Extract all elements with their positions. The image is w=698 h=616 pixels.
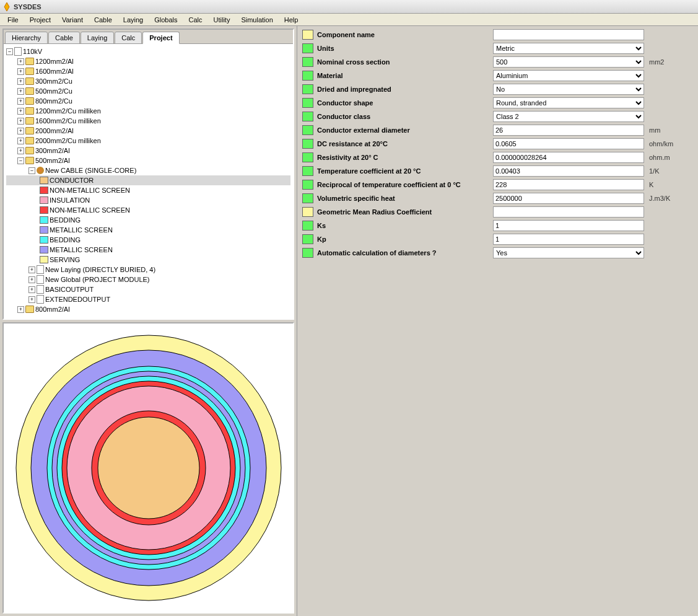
tree-expander-icon[interactable]: + (28, 276, 35, 283)
folder-icon (25, 147, 34, 154)
tree-row[interactable]: +1200mm2/Al (6, 56, 290, 66)
tree-row[interactable]: NON-METALLIC SCREEN (6, 185, 290, 195)
tree-expander-icon[interactable]: + (17, 118, 24, 125)
property-row: Kp (302, 233, 693, 245)
tree-row[interactable]: +800mm2/Cu (6, 96, 290, 106)
tree-expander-icon[interactable]: + (17, 78, 24, 85)
tree-expander-icon[interactable]: + (28, 286, 35, 293)
tree-row[interactable]: −New CABLE (SINGLE-CORE) (6, 165, 290, 175)
tree-expander-icon[interactable]: − (6, 48, 13, 55)
tree-row[interactable]: NON-METALLIC SCREEN (6, 205, 290, 215)
property-label: Material (317, 72, 493, 79)
tree-row[interactable]: SERVING (6, 255, 290, 265)
tree-row[interactable]: INSULATION (6, 195, 290, 205)
tree-expander-icon[interactable]: + (17, 147, 24, 154)
tree-row[interactable]: +300mm2/Al (6, 146, 290, 156)
tree-expander-icon[interactable]: + (17, 68, 24, 75)
tab-laying[interactable]: Laying (81, 32, 114, 44)
property-color-icon (302, 166, 313, 176)
property-color-icon (302, 139, 313, 149)
tree-label: INSULATION (50, 195, 90, 205)
tree-expander-icon[interactable]: + (17, 306, 24, 313)
property-select[interactable]: Aluminium (493, 70, 644, 81)
tree-expander-icon[interactable]: + (17, 108, 24, 115)
project-tree[interactable]: −110kV+1200mm2/Al+1600mm2/Al+300mm2/Cu+5… (4, 44, 293, 319)
menu-bar: FileProjectVariantCableLayingGlobalsCalc… (0, 14, 698, 26)
property-input[interactable] (493, 234, 644, 245)
tree-row[interactable]: BEDDING (6, 215, 290, 225)
property-select[interactable]: Yes (493, 247, 644, 258)
property-color-icon (302, 71, 313, 81)
tree-expander-icon[interactable]: + (17, 128, 24, 134)
tree-expander-icon[interactable]: + (17, 88, 24, 95)
tree-expander-icon[interactable]: − (17, 157, 24, 164)
project-icon (14, 47, 22, 56)
property-select[interactable]: Metric (493, 43, 644, 54)
property-input[interactable] (493, 179, 644, 190)
property-unit: K (649, 181, 653, 188)
tree-row[interactable]: CONDUCTOR (6, 175, 290, 185)
tree-row[interactable]: +800mm2/Al (6, 304, 290, 314)
tab-calc[interactable]: Calc (115, 32, 142, 44)
menu-project[interactable]: Project (25, 15, 56, 25)
menu-simulation[interactable]: Simulation (236, 15, 277, 25)
tab-cable[interactable]: Cable (48, 32, 80, 44)
tree-row[interactable]: +1600mm2/Cu milliken (6, 116, 290, 126)
property-input[interactable] (493, 29, 644, 40)
property-label: DC resistance at 20°C (317, 140, 493, 147)
menu-file[interactable]: File (2, 15, 24, 25)
tree-expander-icon[interactable]: + (28, 266, 35, 273)
doc-icon (37, 295, 44, 304)
menu-help[interactable]: Help (279, 15, 303, 25)
property-input[interactable] (493, 220, 644, 231)
tree-label: 1200mm2/Cu milliken (35, 106, 101, 116)
app-icon (2, 2, 11, 11)
menu-calc[interactable]: Calc (184, 15, 207, 25)
folder-icon (25, 97, 34, 105)
menu-variant[interactable]: Variant (57, 15, 88, 25)
property-label: Geometric Mean Radius Coefficient (317, 208, 493, 216)
tree-row[interactable]: +2000mm2/Cu milliken (6, 136, 290, 146)
tree-row[interactable]: +BASICOUTPUT (6, 284, 290, 294)
property-select[interactable]: Class 2 (493, 111, 644, 122)
tree-expander-icon[interactable]: + (28, 296, 35, 303)
property-input[interactable] (493, 206, 644, 218)
tree-expander-icon[interactable]: + (17, 58, 24, 65)
property-input[interactable] (493, 193, 644, 204)
property-input[interactable] (493, 125, 644, 136)
property-input[interactable] (493, 165, 644, 177)
menu-utility[interactable]: Utility (209, 15, 235, 25)
property-select[interactable]: 500 (493, 56, 644, 68)
tree-row[interactable]: +1200mm2/Cu milliken (6, 106, 290, 116)
tree-row[interactable]: +1600mm2/Al (6, 66, 290, 76)
tree-row[interactable]: −110kV (6, 46, 290, 56)
property-input[interactable] (493, 152, 644, 163)
property-input[interactable] (493, 138, 644, 149)
tree-row[interactable]: METALLIC SCREEN (6, 225, 290, 235)
menu-cable[interactable]: Cable (89, 15, 117, 25)
tree-row[interactable]: +2000mm2/Al (6, 126, 290, 136)
property-select[interactable]: Round, stranded (493, 97, 644, 108)
tree-row[interactable]: +New Laying (DIRECTLY BURIED, 4) (6, 265, 290, 275)
tree-row[interactable]: +500mm2/Cu (6, 86, 290, 96)
property-select[interactable]: No (493, 84, 644, 95)
menu-globals[interactable]: Globals (149, 15, 182, 25)
tree-row[interactable]: +New Global (PROJECT MODULE) (6, 275, 290, 284)
color-swatch-icon (40, 187, 48, 194)
tree-expander-icon[interactable]: + (17, 138, 24, 144)
tree-row[interactable]: METALLIC SCREEN (6, 245, 290, 255)
tree-row[interactable]: BEDDING (6, 235, 290, 245)
tab-project[interactable]: Project (142, 32, 179, 44)
tree-label: CONDUCTOR (50, 175, 94, 185)
property-row: MaterialAluminium (302, 69, 693, 81)
property-unit: mm2 (649, 58, 664, 66)
tree-row[interactable]: −500mm2/Al (6, 156, 290, 165)
tree-row[interactable]: +EXTENDEDOUTPUT (6, 294, 290, 304)
tree-expander-icon[interactable]: + (17, 98, 24, 105)
tree-expander-icon[interactable]: − (28, 167, 35, 174)
property-label: Volumetric specific heat (317, 195, 493, 202)
tab-hierarchy[interactable]: Hierarchy (5, 32, 48, 44)
property-row: Volumetric specific heatJ.m3/K (302, 192, 693, 204)
tree-row[interactable]: +300mm2/Cu (6, 76, 290, 86)
menu-laying[interactable]: Laying (118, 15, 148, 25)
